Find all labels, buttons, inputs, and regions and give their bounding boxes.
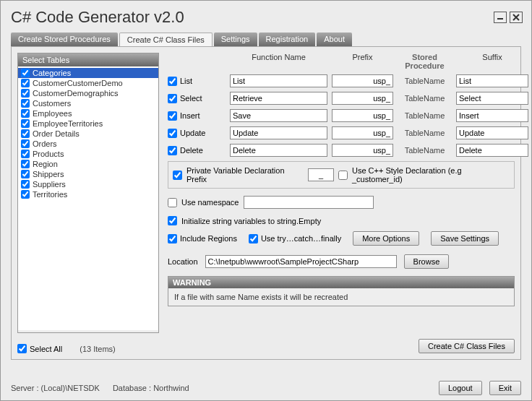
include-regions-checkbox[interactable]	[168, 234, 177, 243]
table-name: Territories	[33, 190, 67, 199]
cpp-style-label: Use C++ Style Declaration (e.g _customer…	[352, 166, 510, 184]
save-settings-button[interactable]: Save Settings	[431, 231, 499, 246]
table-checkbox[interactable]	[21, 119, 30, 128]
func-name-input[interactable]	[230, 92, 327, 105]
table-row[interactable]: Region	[18, 159, 158, 169]
table-name: Orders	[33, 139, 57, 148]
item-count: (13 Items)	[80, 345, 116, 353]
include-regions-label: Include Regions	[180, 234, 237, 243]
table-checkbox[interactable]	[21, 79, 30, 87]
table-checkbox[interactable]	[21, 190, 30, 199]
column-headers: Function Name Prefix Stored Procedure Su…	[168, 53, 515, 70]
table-name: Categories	[33, 69, 71, 77]
table-checkbox[interactable]	[21, 170, 30, 178]
tab-csharp-class-files[interactable]: Create C# Class Files	[119, 33, 213, 46]
logout-button[interactable]: Logout	[439, 381, 482, 395]
trycatch-checkbox[interactable]	[249, 234, 258, 243]
table-row[interactable]: Shippers	[18, 169, 158, 179]
more-options-button[interactable]: More Options	[353, 231, 419, 246]
cpp-style-checkbox[interactable]	[338, 171, 348, 180]
func-checkbox[interactable]	[168, 129, 177, 138]
tables-header: Select Tables	[18, 53, 158, 66]
select-all-row: Select All (13 Items)	[17, 344, 116, 353]
tab-about[interactable]: About	[317, 33, 352, 46]
warning-header: WARNING	[168, 277, 514, 288]
exit-button[interactable]: Exit	[489, 381, 521, 395]
suffix-input[interactable]	[456, 74, 528, 87]
pv-checkbox[interactable]	[173, 171, 182, 180]
table-checkbox[interactable]	[21, 89, 30, 98]
table-row[interactable]: EmployeeTerritories	[18, 118, 158, 129]
suffix-input[interactable]	[456, 144, 528, 157]
suffix-input[interactable]	[456, 109, 528, 122]
prefix-input[interactable]	[332, 144, 393, 157]
func-checkbox[interactable]	[168, 94, 177, 103]
pv-label: Private Variable Declaration Prefix	[186, 166, 304, 184]
col-prefix: Prefix	[332, 53, 393, 70]
namespace-input[interactable]	[244, 196, 374, 209]
status-bar: Server : (Local)\NETSDK Database : North…	[1, 376, 531, 400]
function-row: ListTableName	[168, 74, 515, 87]
table-row[interactable]: Orders	[18, 139, 158, 149]
table-checkbox[interactable]	[21, 99, 30, 108]
create-class-files-button[interactable]: Create C# Class Files	[419, 339, 515, 353]
tablename-label: TableName	[398, 111, 452, 120]
suffix-input[interactable]	[456, 126, 528, 139]
table-checkbox[interactable]	[21, 180, 30, 189]
location-input[interactable]	[205, 255, 397, 268]
func-label: Delete	[180, 146, 203, 155]
tab-registration[interactable]: Registration	[259, 33, 316, 46]
table-row[interactable]: Products	[18, 149, 158, 159]
function-row: UpdateTableName	[168, 126, 515, 139]
table-checkbox[interactable]	[21, 109, 30, 118]
prefix-input[interactable]	[332, 74, 393, 87]
table-name: Region	[33, 160, 58, 168]
table-row[interactable]: Territories	[18, 189, 158, 199]
table-row[interactable]: Suppliers	[18, 179, 158, 189]
table-row[interactable]: Categories	[18, 68, 158, 78]
status-server: Server : (Local)\NETSDK	[11, 384, 100, 392]
close-button[interactable]	[510, 12, 523, 23]
prefix-input[interactable]	[332, 92, 393, 105]
tablename-label: TableName	[398, 129, 452, 137]
func-label: Select	[180, 94, 202, 103]
table-checkbox[interactable]	[21, 150, 30, 158]
browse-button[interactable]: Browse	[404, 254, 450, 269]
table-row[interactable]: CustomerDemographics	[18, 88, 158, 98]
tables-list[interactable]: CategoriesCustomerCustomerDemoCustomerDe…	[18, 66, 158, 330]
tab-stored-procedures[interactable]: Create Stored Procedures	[11, 33, 118, 46]
table-name: Order Details	[33, 129, 80, 138]
prefix-input[interactable]	[332, 126, 393, 139]
func-name-input[interactable]	[230, 144, 327, 157]
table-row[interactable]: Order Details	[18, 129, 158, 139]
right-pane: Function Name Prefix Stored Procedure Su…	[168, 53, 515, 306]
func-checkbox[interactable]	[168, 111, 177, 121]
suffix-input[interactable]	[456, 92, 528, 105]
pv-prefix-input[interactable]	[308, 168, 334, 181]
table-checkbox[interactable]	[21, 69, 30, 77]
init-string-checkbox[interactable]	[168, 216, 177, 225]
func-name-input[interactable]	[230, 109, 327, 122]
table-checkbox[interactable]	[21, 129, 30, 138]
table-checkbox[interactable]	[21, 160, 30, 168]
status-right: Logout Exit	[439, 381, 521, 395]
tables-group: Select Tables CategoriesCustomerCustomer…	[17, 53, 159, 333]
minimize-button[interactable]	[494, 12, 507, 23]
namespace-checkbox[interactable]	[168, 198, 177, 207]
window-controls	[494, 12, 523, 23]
table-name: Products	[33, 150, 64, 158]
func-checkbox[interactable]	[168, 146, 177, 155]
func-checkbox[interactable]	[168, 77, 177, 86]
table-row[interactable]: Customers	[18, 98, 158, 108]
func-name-input[interactable]	[230, 74, 327, 87]
func-name-input[interactable]	[230, 126, 327, 139]
warning-box: WARNING If a file with same Name exists …	[168, 276, 515, 306]
select-all-checkbox[interactable]	[17, 344, 27, 353]
table-row[interactable]: CustomerCustomerDemo	[18, 78, 158, 88]
table-row[interactable]: Employees	[18, 108, 158, 118]
tab-settings[interactable]: Settings	[214, 33, 257, 46]
prefix-input[interactable]	[332, 109, 393, 122]
table-name: Shippers	[33, 170, 64, 178]
table-checkbox[interactable]	[21, 139, 30, 148]
init-string-label: Initialize string variables to string.Em…	[181, 217, 321, 225]
